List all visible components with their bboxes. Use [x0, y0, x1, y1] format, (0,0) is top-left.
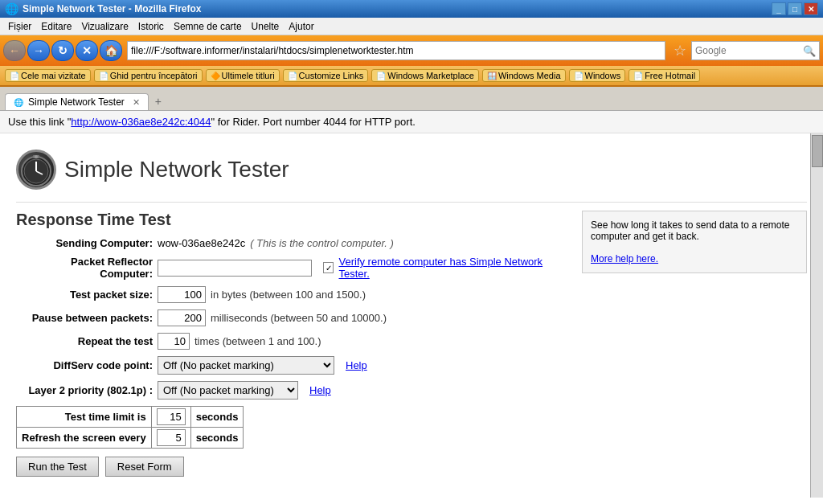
stop-button[interactable]: ✕ — [76, 40, 98, 61]
info-text-after: " for Rider. Port number 4044 for HTTP p… — [211, 116, 416, 128]
info-text-before: Use this link " — [8, 116, 71, 128]
close-button[interactable]: ✕ — [804, 2, 818, 15]
time-table: Test time limit is seconds Refresh the s… — [16, 406, 244, 449]
time-limit-input[interactable] — [157, 408, 186, 425]
bookmark-label-1: Ghid pentru începători — [110, 71, 198, 80]
bookmark-star-icon[interactable]: ☆ — [674, 42, 686, 59]
run-test-button[interactable]: Run the Test — [16, 457, 99, 477]
bookmark-customize[interactable]: 📄 Customize Links — [283, 69, 369, 82]
search-icon[interactable]: 🔍 — [803, 45, 816, 57]
time-limit-input-cell — [151, 407, 190, 428]
bookmark-cele-mai-vizitate[interactable]: 📄 Cele mai vizitate — [5, 69, 91, 82]
menu-unelte[interactable]: Unelte — [247, 19, 285, 34]
bookmark-label-5: Windows Media — [498, 71, 561, 80]
maximize-button[interactable]: □ — [788, 2, 802, 15]
bookmark-icon-4: 📄 — [376, 72, 386, 80]
bookmarks-bar: 📄 Cele mai vizitate 📄 Ghid pentru începă… — [0, 66, 823, 87]
repeat-note: times (between 1 and 100.) — [194, 335, 321, 347]
verify-checkbox-row: ✓ Verify remote computer has Simple Netw… — [323, 256, 566, 280]
verify-link[interactable]: Verify remote computer has Simple Networ… — [338, 256, 566, 280]
menu-ajutor[interactable]: Ajutor — [284, 19, 318, 34]
search-input[interactable] — [695, 45, 803, 56]
verify-checkbox[interactable]: ✓ — [323, 262, 334, 273]
menu-editare[interactable]: Editare — [36, 19, 76, 34]
diffserv-select[interactable]: Off (No packet marking) CS1CS2CS3 CS4CS5… — [158, 356, 334, 375]
scrollbar-thumb[interactable] — [812, 135, 823, 167]
layer2-label: Layer 2 priority (802.1p) : — [16, 384, 153, 396]
bookmark-ghid[interactable]: 📄 Ghid pentru începători — [94, 69, 203, 82]
repeat-label: Repeat the test — [16, 335, 153, 347]
button-row: Run the Test Reset Form — [16, 457, 566, 477]
packet-reflector-label: Packet Reflector Computer: — [16, 256, 153, 280]
refresh-unit: seconds — [190, 428, 244, 449]
bookmark-label-0: Cele mai vizitate — [21, 71, 86, 80]
menu-semne[interactable]: Semne de carte — [169, 19, 247, 34]
packet-reflector-input[interactable] — [158, 260, 312, 277]
info-link[interactable]: http://wow-036ae8e242c:4044 — [71, 116, 211, 128]
menu-fisier[interactable]: Fișier — [3, 19, 36, 34]
app-header: Simple Network Tester — [16, 141, 807, 203]
packet-size-row: Test packet size: in bytes (between 100 … — [16, 286, 566, 303]
time-limit-row: Test time limit is seconds — [17, 407, 244, 428]
window-controls: _ □ ✕ — [772, 2, 818, 15]
bookmark-ultimele[interactable]: 🔶 Ultimele titluri — [206, 69, 280, 82]
diffserv-help-link[interactable]: Help — [346, 359, 367, 371]
svg-point-5 — [35, 155, 38, 158]
pause-row: Pause between packets: milliseconds (bet… — [16, 309, 566, 326]
menu-istoric[interactable]: Istoric — [133, 19, 169, 34]
sending-computer-row: Sending Computer: wow-036ae8e242c ( This… — [16, 237, 566, 249]
packet-reflector-row: Packet Reflector Computer: ✓ Verify remo… — [16, 256, 566, 280]
menu-vizualizare[interactable]: Vizualizare — [76, 19, 133, 34]
tab-icon: 🌐 — [14, 98, 23, 107]
repeat-input[interactable] — [158, 333, 190, 350]
bookmark-icon-7: 📄 — [633, 72, 643, 80]
packet-size-input[interactable] — [158, 286, 206, 303]
bookmark-label-4: Windows Marketplace — [387, 71, 474, 80]
refresh-input-cell — [151, 428, 190, 449]
repeat-row: Repeat the test times (between 1 and 100… — [16, 333, 566, 350]
refresh-button[interactable]: ↻ — [51, 40, 74, 61]
reset-form-button[interactable]: Reset Form — [105, 457, 184, 477]
minimize-button[interactable]: _ — [772, 2, 786, 15]
new-tab-button[interactable]: + — [149, 92, 168, 110]
pause-label: Pause between packets: — [16, 312, 153, 324]
home-button[interactable]: 🏠 — [100, 40, 122, 61]
diffserv-label: DiffServ code point: — [16, 359, 153, 371]
browser-icon: 🌐 — [5, 2, 18, 15]
bookmark-marketplace[interactable]: 📄 Windows Marketplace — [371, 69, 479, 82]
sending-computer-note: ( This is the control computer. ) — [250, 237, 394, 249]
pause-input[interactable] — [158, 309, 206, 326]
tab-bar: 🌐 Simple Network Tester ✕ + — [0, 87, 823, 111]
stopwatch-icon — [16, 150, 56, 190]
address-bar-container — [127, 41, 665, 60]
refresh-label: Refresh the screen every — [17, 428, 152, 449]
diffserv-row: DiffServ code point: Off (No packet mark… — [16, 356, 566, 375]
bookmark-label-2: Ultimele titluri — [222, 71, 275, 80]
bookmark-icon-5: 🪟 — [487, 72, 497, 80]
address-input[interactable] — [131, 45, 661, 56]
title-bar: 🌐 Simple Network Tester - Mozilla Firefo… — [0, 0, 823, 18]
bookmark-hotmail[interactable]: 📄 Free Hotmail — [629, 69, 700, 82]
app-title: Simple Network Tester — [64, 157, 289, 182]
page-title: Response Time Test — [16, 211, 566, 229]
scrollbar[interactable] — [810, 133, 823, 498]
time-limit-unit: seconds — [190, 407, 244, 428]
refresh-row: Refresh the screen every seconds — [17, 428, 244, 449]
forward-button[interactable]: → — [27, 40, 50, 61]
bookmark-media[interactable]: 🪟 Windows Media — [482, 69, 566, 82]
back-button[interactable]: ← — [3, 40, 26, 61]
tab-close-button[interactable]: ✕ — [133, 97, 140, 108]
more-help-link[interactable]: More help here. — [591, 253, 658, 264]
layer2-select[interactable]: Off (No packet marking) 0123 4567 — [158, 381, 298, 400]
layer2-help-link[interactable]: Help — [309, 384, 331, 396]
bookmark-icon-3: 📄 — [288, 72, 297, 80]
refresh-input[interactable] — [157, 429, 186, 446]
time-limit-label: Test time limit is — [17, 407, 152, 428]
pause-note: milliseconds (between 50 and 10000.) — [211, 312, 387, 324]
bookmark-windows[interactable]: 📄 Windows — [569, 69, 626, 82]
tab-simple-network-tester[interactable]: 🌐 Simple Network Tester ✕ — [5, 93, 149, 110]
bookmark-icon-0: 📄 — [10, 72, 19, 80]
nav-bar: ← → ↻ ✕ 🏠 ☆ 🔍 — [0, 35, 823, 66]
bookmark-icon-1: 📄 — [99, 72, 109, 80]
packet-size-label: Test packet size: — [16, 289, 153, 301]
